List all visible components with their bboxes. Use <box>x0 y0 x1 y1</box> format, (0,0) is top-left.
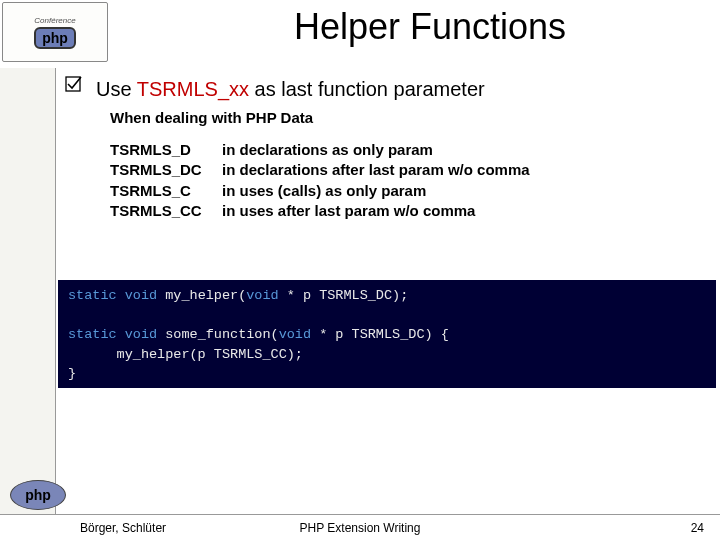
table-row: TSRMLS_D in declarations as only param <box>110 140 702 160</box>
code-line: static void my_helper(void * p TSRMLS_DC… <box>68 286 706 384</box>
headline-pre: Use <box>96 78 137 100</box>
macro-name: TSRMLS_DC <box>110 160 222 180</box>
slide-title: Helper Functions <box>160 6 700 48</box>
macro-desc: in declarations after last param w/o com… <box>222 160 702 180</box>
php-badge: php <box>34 27 76 49</box>
macro-desc: in uses after last param w/o comma <box>222 201 702 221</box>
headline-post: as last function parameter <box>249 78 485 100</box>
macro-name: TSRMLS_CC <box>110 201 222 221</box>
table-row: TSRMLS_DC in declarations after last par… <box>110 160 702 180</box>
macro-name: TSRMLS_D <box>110 140 222 160</box>
subheading: When dealing with PHP Data <box>110 109 702 126</box>
footer-authors: Börger, Schlüter <box>80 521 166 535</box>
php-logo-icon: php <box>10 480 66 510</box>
headline: Use TSRMLS_xx as last function parameter <box>96 78 702 101</box>
footer-page: 24 <box>691 521 704 535</box>
table-row: TSRMLS_CC in uses after last param w/o c… <box>110 201 702 221</box>
macro-desc: in declarations as only param <box>222 140 702 160</box>
conference-logo: Conférence php <box>2 2 108 62</box>
macro-table: TSRMLS_D in declarations as only param T… <box>110 140 702 221</box>
footer: Börger, Schlüter PHP Extension Writing 2… <box>0 514 720 540</box>
macro-desc: in uses (calls) as only param <box>222 181 702 201</box>
checkbox-icon <box>65 76 83 94</box>
macro-name: TSRMLS_C <box>110 181 222 201</box>
conference-text: Conférence <box>34 16 75 25</box>
slide-content: Use TSRMLS_xx as last function parameter… <box>68 78 702 221</box>
headline-macro: TSRMLS_xx <box>137 78 249 100</box>
code-block: static void my_helper(void * p TSRMLS_DC… <box>58 280 716 388</box>
left-sidebar <box>0 68 56 514</box>
table-row: TSRMLS_C in uses (calls) as only param <box>110 181 702 201</box>
